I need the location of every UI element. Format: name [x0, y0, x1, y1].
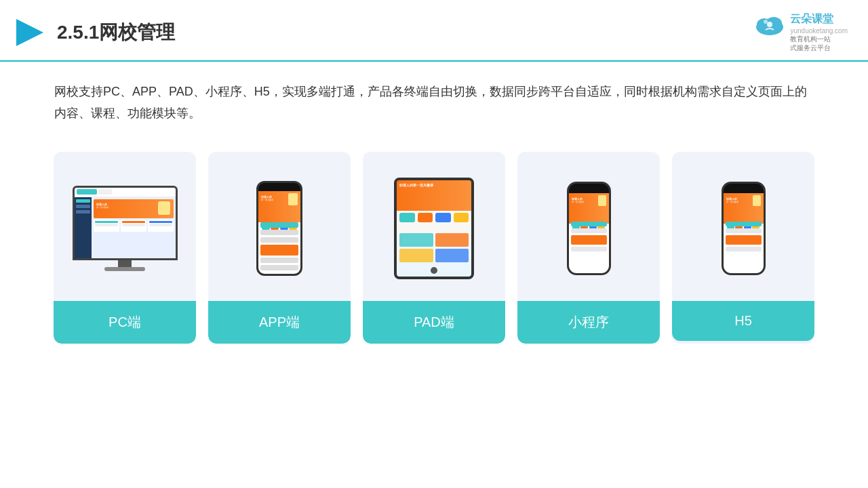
pc-mockup: 职通人的 第一堂兴趣课 [73, 186, 178, 271]
card-miniprogram: 职通人的 第一堂兴趣课 [517, 152, 660, 344]
card-pc-image: 职通人的 第一堂兴趣课 [54, 152, 196, 301]
card-miniprogram-label: 小程序 [517, 301, 660, 344]
description-text: 网校支持PC、APP、PAD、小程序、H5，实现多端打通，产品各终端自由切换，数… [54, 85, 807, 120]
cards-container: 职通人的 第一堂兴趣课 [0, 131, 868, 344]
card-app-image: 职通人的 第一堂兴趣课 [208, 152, 351, 301]
header-left: 2.5.1网校管理 [14, 16, 175, 49]
pc-monitor: 职通人的 第一堂兴趣课 [73, 186, 178, 260]
card-app: 职通人的 第一堂兴趣课 [208, 152, 351, 344]
card-miniprogram-image: 职通人的 第一堂兴趣课 [517, 152, 660, 301]
card-pc: 职通人的 第一堂兴趣课 [54, 152, 196, 344]
logo-name: 云朵课堂 [790, 12, 833, 26]
logo-url: yunduoketang.com [790, 27, 848, 35]
app-phone-mockup: 职通人的 第一堂兴趣课 [256, 181, 302, 276]
page-title: 2.5.1网校管理 [57, 20, 175, 45]
svg-point-4 [764, 20, 768, 24]
description: 网校支持PC、APP、PAD、小程序、H5，实现多端打通，产品各终端自由切换，数… [0, 62, 868, 131]
pad-tablet-mockup: 职通人的第一堂兴趣课 [394, 178, 474, 279]
logo-area: 云朵课堂 yunduoketang.com 教育机构一站 式服务云平台 [752, 12, 848, 52]
card-pad: 职通人的第一堂兴趣课 [363, 152, 505, 344]
cloud-icon [752, 12, 787, 38]
header: 2.5.1网校管理 云朵课堂 yunduoketang.com 教育机构一站 式… [0, 0, 868, 62]
card-app-label: APP端 [208, 301, 351, 344]
card-pad-image: 职通人的第一堂兴趣课 [363, 152, 505, 301]
svg-marker-0 [16, 19, 43, 46]
play-icon [14, 16, 46, 49]
card-pc-label: PC端 [54, 301, 196, 344]
card-pad-label: PAD端 [363, 301, 505, 344]
card-h5-image: 职通人的 第一堂兴趣课 [672, 152, 814, 301]
miniprogram-phone-mockup: 职通人的 第一堂兴趣课 [567, 182, 611, 275]
svg-point-5 [767, 22, 772, 27]
logo-slogan: 教育机构一站 式服务云平台 [790, 35, 831, 52]
logo-text-group: 云朵课堂 yunduoketang.com 教育机构一站 式服务云平台 [790, 12, 848, 52]
h5-phone-mockup: 职通人的 第一堂兴趣课 [722, 182, 766, 275]
card-h5-label: H5 [672, 301, 814, 341]
card-h5: 职通人的 第一堂兴趣课 [672, 152, 814, 344]
